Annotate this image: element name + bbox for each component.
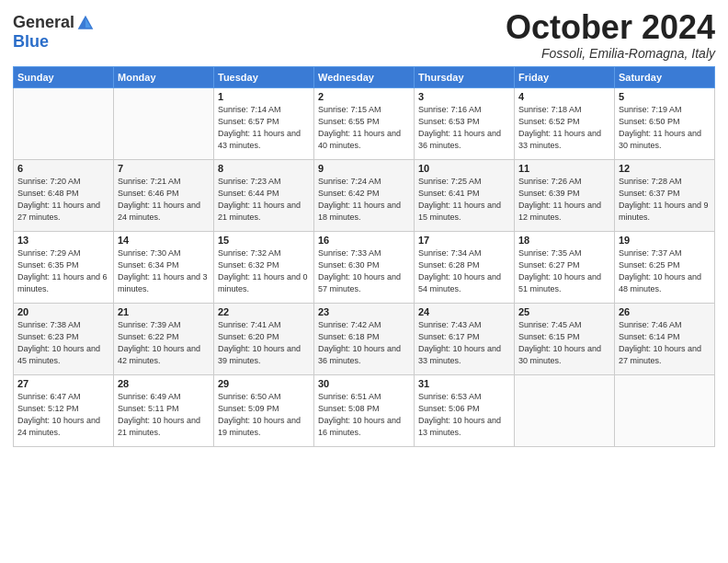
calendar-cell: 9Sunrise: 7:24 AM Sunset: 6:42 PM Daylig… [314,159,415,231]
calendar-cell [515,374,615,446]
weekday-header-friday: Friday [515,66,615,87]
calendar-cell: 2Sunrise: 7:15 AM Sunset: 6:55 PM Daylig… [314,87,415,159]
day-info: Sunrise: 7:19 AM Sunset: 6:50 PM Dayligh… [619,104,711,152]
day-number: 25 [518,306,610,317]
day-number: 14 [118,235,210,246]
calendar-cell: 20Sunrise: 7:38 AM Sunset: 6:23 PM Dayli… [14,303,114,374]
day-number: 29 [218,378,310,389]
day-number: 21 [118,306,210,317]
day-info: Sunrise: 7:38 AM Sunset: 6:23 PM Dayligh… [17,319,109,367]
calendar-cell: 6Sunrise: 7:20 AM Sunset: 6:48 PM Daylig… [14,159,114,231]
calendar-cell: 13Sunrise: 7:29 AM Sunset: 6:35 PM Dayli… [14,231,114,303]
calendar-cell: 11Sunrise: 7:26 AM Sunset: 6:39 PM Dayli… [515,159,615,231]
weekday-header-tuesday: Tuesday [214,66,314,87]
day-number: 1 [218,91,310,102]
calendar-cell: 5Sunrise: 7:19 AM Sunset: 6:50 PM Daylig… [615,87,715,159]
day-info: Sunrise: 6:51 AM Sunset: 5:08 PM Dayligh… [318,391,410,439]
day-info: Sunrise: 7:41 AM Sunset: 6:20 PM Dayligh… [218,319,310,367]
logo-general-text: General [13,13,74,32]
calendar-cell: 28Sunrise: 6:49 AM Sunset: 5:11 PM Dayli… [114,374,214,446]
day-info: Sunrise: 6:53 AM Sunset: 5:06 PM Dayligh… [418,391,510,439]
calendar-cell: 30Sunrise: 6:51 AM Sunset: 5:08 PM Dayli… [314,374,415,446]
day-number: 27 [17,378,109,389]
calendar-cell: 22Sunrise: 7:41 AM Sunset: 6:20 PM Dayli… [214,303,314,374]
weekday-header-saturday: Saturday [615,66,715,87]
day-info: Sunrise: 7:16 AM Sunset: 6:53 PM Dayligh… [418,104,510,152]
day-info: Sunrise: 7:25 AM Sunset: 6:41 PM Dayligh… [418,176,510,224]
day-info: Sunrise: 7:33 AM Sunset: 6:30 PM Dayligh… [318,247,410,295]
day-info: Sunrise: 6:49 AM Sunset: 5:11 PM Dayligh… [118,391,210,439]
calendar-cell: 7Sunrise: 7:21 AM Sunset: 6:46 PM Daylig… [114,159,214,231]
calendar-cell: 1Sunrise: 7:14 AM Sunset: 6:57 PM Daylig… [214,87,314,159]
week-row-5: 27Sunrise: 6:47 AM Sunset: 5:12 PM Dayli… [14,374,715,446]
location-subtitle: Fossoli, Emilia-Romagna, Italy [506,46,715,61]
day-info: Sunrise: 7:30 AM Sunset: 6:34 PM Dayligh… [118,247,210,295]
page-container: General Blue October 2024 Fossoli, Emili… [0,0,728,456]
day-number: 12 [619,163,711,174]
day-info: Sunrise: 6:50 AM Sunset: 5:09 PM Dayligh… [218,391,310,439]
day-number: 19 [619,235,711,246]
day-number: 15 [218,235,310,246]
day-info: Sunrise: 7:43 AM Sunset: 6:17 PM Dayligh… [418,319,510,367]
calendar-cell: 31Sunrise: 6:53 AM Sunset: 5:06 PM Dayli… [415,374,515,446]
calendar-cell [14,87,114,159]
day-info: Sunrise: 7:14 AM Sunset: 6:57 PM Dayligh… [218,104,310,152]
calendar-cell [615,374,715,446]
calendar-cell: 17Sunrise: 7:34 AM Sunset: 6:28 PM Dayli… [415,231,515,303]
day-number: 7 [118,163,210,174]
week-row-2: 6Sunrise: 7:20 AM Sunset: 6:48 PM Daylig… [14,159,715,231]
day-info: Sunrise: 7:24 AM Sunset: 6:42 PM Dayligh… [318,176,410,224]
calendar-cell: 12Sunrise: 7:28 AM Sunset: 6:37 PM Dayli… [615,159,715,231]
day-number: 20 [17,306,109,317]
calendar-cell: 27Sunrise: 6:47 AM Sunset: 5:12 PM Dayli… [14,374,114,446]
day-info: Sunrise: 7:21 AM Sunset: 6:46 PM Dayligh… [118,176,210,224]
logo-blue-text: Blue [13,32,49,52]
day-number: 10 [418,163,510,174]
day-info: Sunrise: 7:42 AM Sunset: 6:18 PM Dayligh… [318,319,410,367]
month-title: October 2024 [506,9,715,46]
day-info: Sunrise: 7:32 AM Sunset: 6:32 PM Dayligh… [218,247,310,295]
day-number: 30 [318,378,410,389]
day-number: 9 [318,163,410,174]
calendar-cell [114,87,214,159]
title-area: October 2024 Fossoli, Emilia-Romagna, It… [506,9,715,61]
day-info: Sunrise: 7:26 AM Sunset: 6:39 PM Dayligh… [518,176,610,224]
day-number: 4 [518,91,610,102]
calendar-cell: 24Sunrise: 7:43 AM Sunset: 6:17 PM Dayli… [415,303,515,374]
day-info: Sunrise: 7:20 AM Sunset: 6:48 PM Dayligh… [17,176,109,224]
day-number: 17 [418,235,510,246]
calendar-cell: 8Sunrise: 7:23 AM Sunset: 6:44 PM Daylig… [214,159,314,231]
day-info: Sunrise: 7:34 AM Sunset: 6:28 PM Dayligh… [418,247,510,295]
day-number: 24 [418,306,510,317]
week-row-4: 20Sunrise: 7:38 AM Sunset: 6:23 PM Dayli… [14,303,715,374]
day-info: Sunrise: 7:18 AM Sunset: 6:52 PM Dayligh… [518,104,610,152]
calendar-cell: 15Sunrise: 7:32 AM Sunset: 6:32 PM Dayli… [214,231,314,303]
calendar-cell: 10Sunrise: 7:25 AM Sunset: 6:41 PM Dayli… [415,159,515,231]
day-number: 2 [318,91,410,102]
calendar-cell: 4Sunrise: 7:18 AM Sunset: 6:52 PM Daylig… [515,87,615,159]
day-number: 8 [218,163,310,174]
day-info: Sunrise: 7:35 AM Sunset: 6:27 PM Dayligh… [518,247,610,295]
day-number: 13 [17,235,109,246]
calendar-cell: 25Sunrise: 7:45 AM Sunset: 6:15 PM Dayli… [515,303,615,374]
calendar-cell: 29Sunrise: 6:50 AM Sunset: 5:09 PM Dayli… [214,374,314,446]
day-number: 18 [518,235,610,246]
day-number: 28 [118,378,210,389]
calendar-cell: 14Sunrise: 7:30 AM Sunset: 6:34 PM Dayli… [114,231,214,303]
day-info: Sunrise: 7:15 AM Sunset: 6:55 PM Dayligh… [318,104,410,152]
day-number: 16 [318,235,410,246]
day-number: 26 [619,306,711,317]
logo: General Blue [13,13,95,52]
day-number: 5 [619,91,711,102]
weekday-header-monday: Monday [114,66,214,87]
calendar-cell: 16Sunrise: 7:33 AM Sunset: 6:30 PM Dayli… [314,231,415,303]
calendar-cell: 23Sunrise: 7:42 AM Sunset: 6:18 PM Dayli… [314,303,415,374]
day-number: 22 [218,306,310,317]
day-number: 31 [418,378,510,389]
logo-icon [76,14,95,32]
calendar-cell: 26Sunrise: 7:46 AM Sunset: 6:14 PM Dayli… [615,303,715,374]
week-row-3: 13Sunrise: 7:29 AM Sunset: 6:35 PM Dayli… [14,231,715,303]
weekday-header-thursday: Thursday [415,66,515,87]
day-info: Sunrise: 7:29 AM Sunset: 6:35 PM Dayligh… [17,247,109,295]
weekday-header-row: SundayMondayTuesdayWednesdayThursdayFrid… [14,66,715,87]
